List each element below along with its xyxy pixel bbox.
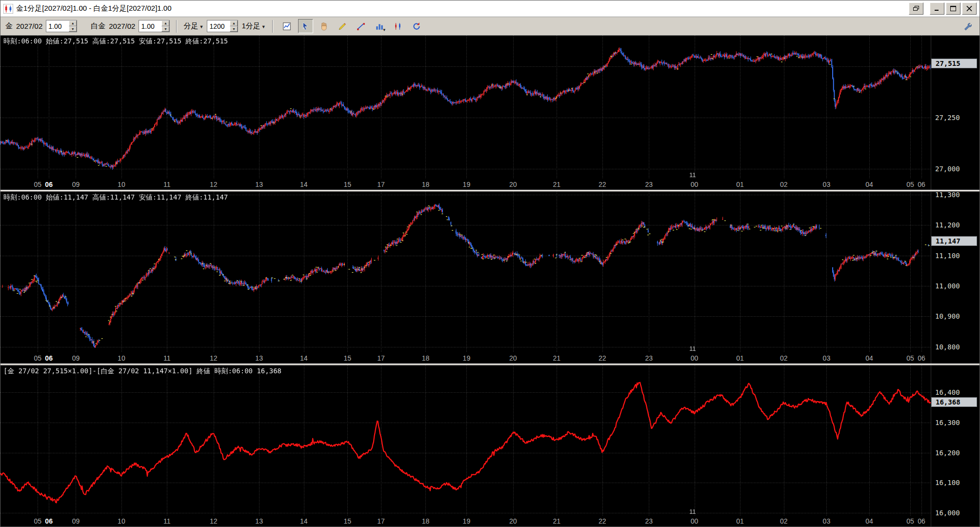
x-axis-label: 18	[422, 181, 430, 188]
chevron-down-icon: ▼	[199, 24, 203, 29]
x-axis-label: 05	[906, 517, 914, 525]
x-axis-label: 12	[210, 517, 218, 525]
wrench-icon	[963, 22, 972, 31]
x-axis-label: 11	[163, 354, 171, 362]
x-axis-label: 06	[918, 354, 925, 362]
x-axis-label: 09	[72, 354, 80, 362]
x-axis-label: 15	[344, 354, 352, 362]
window-title: 金1分足[2027/02]1.00 - 白金1分足[2027/02]1.00	[16, 4, 172, 13]
x-axis-label: 17	[377, 354, 385, 362]
gold-plot-area: 時刻:06:00 始値:27,515 高値:27,515 安値:27,515 終…	[0, 36, 931, 179]
chart-grid-tool-button[interactable]	[280, 19, 295, 33]
x-axis-label: 10	[118, 181, 125, 188]
x-axis-label: 17	[377, 181, 385, 188]
refresh-tool-button[interactable]	[409, 19, 424, 33]
x-axis-label: 00	[691, 354, 699, 362]
candle-chart-tool-button[interactable]	[391, 19, 406, 33]
x-axis-label: 10	[118, 354, 125, 362]
maximize-button[interactable]	[946, 2, 960, 15]
x-axis-label: 13	[255, 181, 263, 188]
gold-multiplier-up-button[interactable]: ▲	[69, 20, 77, 26]
gold-contract-label: 2027/02	[16, 22, 42, 30]
title-bar[interactable]: 金1分足[2027/02]1.00 - 白金1分足[2027/02]1.00	[0, 0, 980, 17]
x-axis-label: 06	[45, 354, 53, 362]
x-axis-label: 05	[34, 181, 41, 188]
platinum-multiplier-up-button[interactable]: ▲	[161, 20, 169, 26]
minimize-button[interactable]	[930, 2, 944, 15]
y-axis-label: 16,400	[935, 388, 960, 397]
current-price-badge: 16,368	[931, 397, 977, 407]
bar-count-spinner: ▲▼	[207, 20, 238, 32]
timeframe-dropdown[interactable]: 1分足▼	[241, 21, 265, 31]
y-axis-label: 10,900	[935, 312, 960, 321]
x-axis-label: 09	[72, 181, 80, 188]
x-axis-label: 20	[509, 181, 517, 188]
trendline-icon	[357, 22, 365, 31]
x-axis-label: 06	[918, 517, 925, 525]
gold-multiplier-down-button[interactable]: ▼	[69, 26, 77, 32]
x-axis-label: 13	[255, 517, 263, 525]
bar-count-up-button[interactable]: ▲	[230, 20, 238, 26]
x-axis-label: 22	[599, 354, 606, 362]
bar-count-input[interactable]	[207, 20, 230, 32]
x-axis-label: 11	[163, 181, 171, 188]
x-axis-label: 10	[118, 517, 125, 525]
x-axis-label: 04	[865, 354, 873, 362]
gold-y-axis: 27,25027,00027,515	[931, 36, 980, 190]
spread-x-axis: 0506091011121314151718192021222300010203…	[0, 516, 931, 527]
x-axis-label: 13	[255, 354, 263, 362]
gold-chart-panel: 時刻:06:00 始値:27,515 高値:27,515 安値:27,515 終…	[0, 36, 980, 190]
spread-plot-area: [金 27/02 27,515×1.00]-[白金 27/02 11,147×1…	[0, 365, 931, 516]
date-marker: 11	[689, 345, 696, 352]
hand-icon	[320, 22, 328, 31]
x-axis-label: 01	[736, 354, 744, 362]
bar-chart-tool-button[interactable]: ▼	[372, 19, 387, 33]
x-axis-label: 17	[377, 517, 385, 525]
x-axis-label: 05	[906, 354, 914, 362]
x-axis-label: 00	[691, 517, 699, 525]
platinum-x-axis: 0506091011121314151718192021222300010203…	[0, 353, 931, 364]
restore-window-button[interactable]	[909, 2, 923, 15]
spread-chart-panel: [金 27/02 27,515×1.00]-[白金 27/02 11,147×1…	[0, 365, 980, 527]
chart-app-window: 金1分足[2027/02]1.00 - 白金1分足[2027/02]1.00 金…	[0, 0, 980, 527]
pointer-tool-button[interactable]	[298, 19, 313, 33]
x-axis-label: 22	[599, 181, 606, 188]
x-axis-label: 00	[691, 181, 699, 188]
x-axis-label: 06	[918, 181, 925, 188]
gold-chart-canvas[interactable]	[0, 36, 931, 179]
bar-count-down-button[interactable]: ▼	[230, 26, 238, 32]
date-marker: 11	[689, 171, 696, 179]
trendline-tool-button[interactable]	[354, 19, 369, 33]
gold-multiplier-input[interactable]	[46, 20, 69, 32]
chevron-down-icon: ▼	[261, 24, 266, 29]
x-axis-label: 12	[210, 181, 218, 188]
x-axis-label: 21	[553, 354, 561, 362]
pencil-tool-button[interactable]	[335, 19, 350, 33]
platinum-info-line: 時刻:06:00 始値:11,147 高値:11,147 安値:11,147 終…	[3, 193, 228, 202]
chevron-down-icon: ▼	[382, 28, 386, 32]
platinum-multiplier-input[interactable]	[139, 20, 161, 32]
x-axis-label: 06	[45, 181, 53, 188]
platinum-multiplier-down-button[interactable]: ▼	[161, 26, 169, 32]
spread-chart-canvas[interactable]	[0, 365, 931, 516]
x-axis-label: 18	[422, 354, 430, 362]
settings-wrench-button[interactable]	[960, 19, 975, 33]
x-axis-label: 14	[300, 181, 308, 188]
x-axis-label: 15	[344, 517, 352, 525]
hand-tool-button[interactable]	[317, 19, 332, 33]
x-axis-label: 01	[736, 517, 744, 525]
toolbar-separator	[272, 20, 273, 33]
y-axis-label: 11,300	[935, 192, 960, 199]
x-axis-label: 04	[865, 181, 873, 188]
x-axis-label: 18	[422, 517, 430, 525]
y-axis-label: 16,300	[935, 418, 960, 427]
close-button[interactable]	[962, 2, 977, 15]
app-candlestick-icon	[3, 4, 13, 14]
platinum-chart-canvas[interactable]	[0, 192, 931, 353]
y-axis-label: 27,000	[935, 164, 960, 173]
x-axis-label: 23	[645, 517, 653, 525]
pencil-icon	[338, 22, 347, 31]
x-axis-label: 21	[553, 181, 561, 188]
interval-dropdown[interactable]: 分足▼	[183, 21, 203, 31]
x-axis-label: 14	[300, 354, 308, 362]
